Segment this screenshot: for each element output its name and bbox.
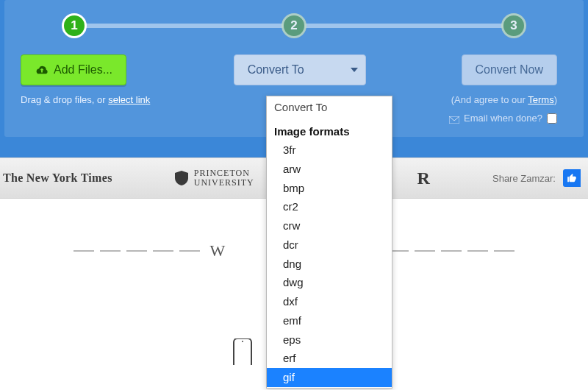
svg-rect-1: [234, 338, 251, 365]
dash: [179, 250, 200, 252]
dash: [415, 250, 435, 252]
dropdown-option[interactable]: crw: [267, 216, 392, 235]
step-line: [305, 24, 503, 28]
email-when-done-row[interactable]: Email when done?: [449, 113, 557, 124]
dropdown-option[interactable]: cr2: [267, 197, 392, 216]
dropdown-option[interactable]: eps: [267, 330, 392, 350]
add-files-label: Add Files...: [54, 63, 112, 77]
add-files-button[interactable]: Add Files...: [21, 54, 126, 85]
dropdown-option[interactable]: heic: [267, 387, 392, 388]
svg-point-2: [242, 341, 243, 342]
dropdown-option[interactable]: erf: [267, 349, 392, 368]
agree-suffix: ): [554, 94, 557, 105]
steps-row: 1 2 3: [15, 13, 573, 38]
step-line: [85, 24, 283, 28]
convert-to-select[interactable]: Convert To: [234, 54, 366, 85]
step-number: 1: [71, 18, 77, 33]
dash: [441, 250, 462, 252]
step-badge-1: 1: [62, 13, 87, 38]
facebook-like-button[interactable]: [563, 169, 581, 187]
dash: [467, 250, 488, 252]
agree-prefix: (And agree to our: [451, 94, 528, 105]
add-files-hint: Drag & drop files, or select link: [21, 94, 150, 105]
princeton-bottom: UNIVERSITY: [194, 178, 254, 188]
phone-icon: [223, 338, 262, 365]
convert-to-label: Convert To: [248, 63, 304, 77]
dash: [74, 250, 94, 252]
dropdown-option[interactable]: dng: [267, 255, 392, 274]
dash: [494, 250, 514, 252]
step-number: 3: [510, 18, 517, 33]
envelope-icon: [449, 115, 459, 122]
select-link[interactable]: select link: [108, 94, 150, 105]
dropdown-option[interactable]: 3fr: [267, 141, 392, 160]
page-root: 1 2 3 Add Files... Drag & drop files, or…: [0, 0, 588, 390]
chevron-down-icon: [351, 68, 358, 72]
heading-partial: W: [206, 241, 230, 260]
step-badge-2: 2: [282, 13, 306, 38]
col-convert-to: Convert To: [234, 54, 366, 85]
hint-prefix: Drag & drop files, or: [21, 94, 108, 105]
convert-to-dropdown[interactable]: Convert To Image formats 3frarwbmpcr2crw…: [266, 96, 392, 389]
dropdown-option[interactable]: gif: [267, 368, 392, 387]
convert-now-label: Convert Now: [476, 63, 543, 77]
cloud-upload-icon: [35, 65, 48, 75]
email-label: Email when done?: [464, 113, 542, 124]
step-number: 2: [290, 18, 297, 33]
col-add-files: Add Files... Drag & drop files, or selec…: [21, 54, 150, 105]
logo-text: PRINCETON UNIVERSITY: [194, 169, 254, 187]
share-label: Share Zamzar:: [492, 173, 556, 184]
logo-text: R: [417, 169, 430, 188]
logo-text: The New York Times: [3, 171, 112, 185]
dropdown-group-label: Image formats: [267, 119, 392, 141]
thumb-up-icon: [567, 173, 577, 183]
dropdown-items: 3frarwbmpcr2crwdcrdngdwgdxfemfepserfgifh…: [267, 141, 392, 388]
dropdown-option[interactable]: dxf: [267, 292, 392, 311]
dash: [126, 250, 147, 252]
dropdown-option[interactable]: bmp: [267, 179, 392, 198]
dropdown-option[interactable]: emf: [267, 311, 392, 330]
shield-icon: [175, 171, 188, 185]
dropdown-option[interactable]: dcr: [267, 235, 392, 255]
step-badge-3: 3: [501, 13, 526, 38]
logo-nyt: The New York Times: [3, 171, 112, 185]
terms-link[interactable]: Terms: [528, 94, 553, 105]
dash: [153, 250, 173, 252]
share-block: Share Zamzar:: [492, 169, 581, 187]
logo-partial-r: R: [417, 169, 430, 188]
logo-princeton: PRINCETON UNIVERSITY: [175, 169, 254, 187]
dropdown-option[interactable]: arw: [267, 160, 392, 179]
convert-now-button[interactable]: Convert Now: [462, 54, 557, 85]
terms-note: (And agree to our Terms): [451, 94, 557, 105]
email-when-done-checkbox[interactable]: [547, 113, 557, 124]
col-convert-now: Convert Now (And agree to our Terms) Ema…: [449, 54, 557, 124]
dropdown-scroll[interactable]: Convert To Image formats 3frarwbmpcr2crw…: [267, 96, 392, 388]
dropdown-title: Convert To: [267, 96, 392, 119]
dropdown-option[interactable]: dwg: [267, 273, 392, 292]
dash: [100, 250, 121, 252]
